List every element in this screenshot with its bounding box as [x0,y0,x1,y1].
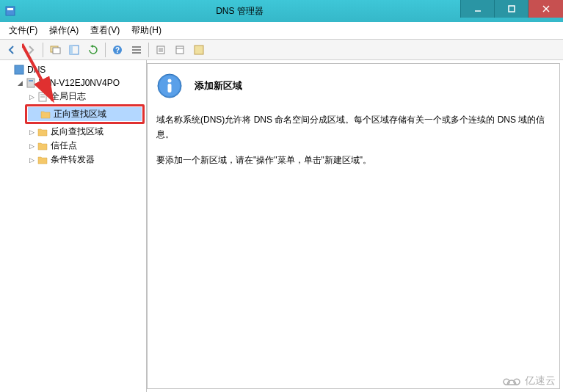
app-icon [4,5,16,17]
tree-reverse-zone[interactable]: ▷ 反向查找区域 [25,125,145,139]
menubar: 文件(F) 操作(A) 查看(V) 帮助(H) [0,22,563,40]
detail-paragraph: 要添加一个新区域，请在"操作"菜单，单击"新建区域"。 [156,153,551,167]
view-button[interactable] [171,42,189,58]
expander-icon[interactable]: ▷ [26,141,37,151]
titlebar: DNS 管理器 [0,0,563,22]
window-title: DNS 管理器 [19,5,460,18]
server-icon [25,77,37,89]
list-button[interactable] [152,42,170,58]
detail-paragraph: 域名称系统(DNS)允许将 DNS 命名空间分成区域。每个区域存储有关一个或多个… [156,112,551,142]
detail-heading: 添加新区域 [195,79,242,92]
toolbar-separator [105,43,106,57]
svg-rect-14 [132,52,141,54]
expander-icon[interactable]: ▷ [26,92,37,102]
svg-rect-19 [176,46,184,54]
tree-panel: DNS ◢ WIN-V12EJ0NV4PO ▷ 全局日志 正向查找区域 [0,60,147,392]
svg-rect-3 [509,6,515,12]
info-icon [156,73,183,99]
svg-rect-24 [27,79,34,87]
expander-icon [29,109,40,120]
close-button[interactable] [528,0,563,18]
details-button[interactable] [128,42,145,58]
folder-icon [37,126,48,138]
tree-server[interactable]: ◢ WIN-V12EJ0NV4PO [13,76,145,90]
expander-icon[interactable]: ▷ [26,127,37,137]
tree-label: DNS [27,65,46,75]
window-controls [460,0,563,22]
svg-point-31 [168,79,172,83]
svg-rect-32 [168,84,172,92]
folder-icon [37,140,48,152]
help-button[interactable]: ? [109,42,126,58]
toolbar-separator [43,43,43,57]
menu-file[interactable]: 文件(F) [3,21,43,40]
refresh-button[interactable] [84,42,102,58]
tree-label: 条件转发器 [51,153,95,166]
show-hide-button[interactable] [65,42,83,58]
filter-button[interactable] [190,42,208,58]
tree-label: 全局日志 [51,90,86,103]
tree-conditional-forwarder[interactable]: ▷ 条件转发器 [25,153,145,167]
tree-label: 信任点 [51,139,77,152]
log-icon [37,91,48,103]
folder-icon [40,109,51,120]
svg-rect-1 [7,8,13,10]
expander-icon[interactable]: ▷ [26,155,37,165]
menu-help[interactable]: 帮助(H) [126,21,167,40]
tree-trust-point[interactable]: ▷ 信任点 [25,139,145,153]
minimize-button[interactable] [460,0,494,18]
menu-view[interactable]: 查看(V) [84,21,126,40]
svg-rect-12 [132,46,141,48]
tree-forward-zone[interactable]: 正向查找区域 [28,107,142,121]
tree-label: 正向查找区域 [54,108,106,120]
toolbar: ? [0,40,563,60]
watermark-text: 亿速云 [525,374,556,388]
svg-text:?: ? [115,46,120,54]
tree-label: 反向查找区域 [51,126,103,138]
svg-rect-25 [29,80,33,81]
back-button[interactable] [3,42,21,58]
svg-rect-0 [6,7,15,15]
tree-label: WIN-V12EJ0NV4PO [39,78,120,88]
toolbar-separator [148,43,149,57]
svg-rect-13 [132,49,141,51]
svg-rect-9 [70,46,73,54]
dns-icon [13,64,25,76]
expander-icon[interactable]: ◢ [15,78,25,88]
tree-global-log[interactable]: ▷ 全局日志 [25,90,145,104]
forward-button[interactable] [22,42,40,58]
content-area: DNS ◢ WIN-V12EJ0NV4PO ▷ 全局日志 正向查找区域 [0,60,563,392]
highlight-box: 正向查找区域 [25,104,145,124]
svg-rect-7 [53,48,60,54]
svg-rect-21 [195,46,203,54]
menu-action[interactable]: 操作(A) [43,21,84,40]
new-window-button[interactable] [46,42,64,58]
maximize-button[interactable] [494,0,528,18]
folder-icon [37,154,48,166]
detail-panel: 添加新区域 域名称系统(DNS)允许将 DNS 命名空间分成区域。每个区域存储有… [147,63,560,389]
svg-rect-23 [15,65,23,74]
watermark: 亿速云 [501,374,556,388]
expander-icon [3,65,13,75]
tree-root-dns[interactable]: DNS [1,63,145,76]
detail-header: 添加新区域 [156,73,551,99]
